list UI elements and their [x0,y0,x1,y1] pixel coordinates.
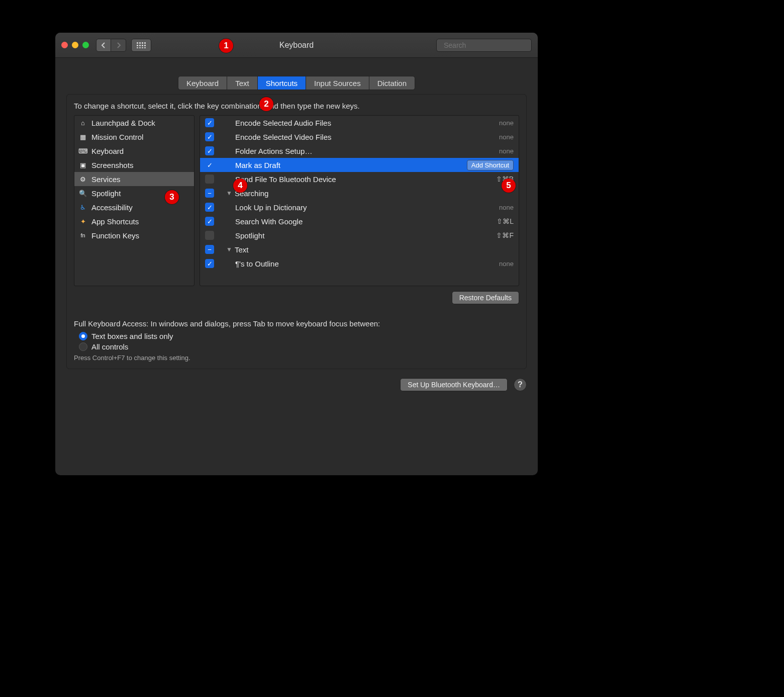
fka-option-label: Text boxes and lists only [91,332,173,340]
back-button[interactable] [96,39,111,52]
fka-hint: Press Control+F7 to change this setting. [74,354,519,362]
shortcut-row[interactable]: ✓Look Up in Dictionarynone [200,200,519,214]
restore-defaults-button[interactable]: Restore Defaults [452,291,519,304]
category-services[interactable]: ⚙ Services [74,172,194,186]
category-label: Function Keys [91,231,139,240]
setup-bluetooth-button[interactable]: Set Up Bluetooth Keyboard… [400,378,508,391]
shortcut-label: Folder Actions Setup… [235,147,499,155]
keyboard-preferences-window: Keyboard Keyboard Text Shortcuts Input S… [55,33,538,475]
shortcut-key: ⇧⌘F [496,231,514,239]
fka-option-textboxes[interactable]: Text boxes and lists only [79,332,519,340]
checkbox[interactable]: ✓ [205,160,214,169]
nav-group [96,39,126,52]
radio-checked-icon[interactable] [79,332,87,340]
checkbox[interactable] [205,175,214,184]
zoom-button[interactable] [82,42,89,48]
category-label: Launchpad & Dock [91,119,155,127]
shortcut-row[interactable]: ✓Encode Selected Audio Filesnone [200,116,519,130]
svg-rect-2 [142,42,143,44]
svg-rect-0 [137,42,138,44]
svg-rect-10 [142,47,143,48]
forward-button[interactable] [111,39,126,52]
category-mission-control[interactable]: ▦ Mission Control [74,130,194,144]
checkbox[interactable]: ✓ [205,259,214,268]
category-screenshots[interactable]: ▣ Screenshots [74,158,194,172]
svg-rect-3 [144,42,146,44]
svg-rect-8 [137,47,138,48]
checkbox[interactable]: ✓ [205,118,214,127]
callout-3: 3 [165,190,179,204]
fka-option-all[interactable]: All controls [79,342,519,351]
svg-rect-1 [139,42,141,44]
fka-option-label: All controls [91,342,128,351]
app-shortcuts-icon: ✦ [78,217,87,226]
checkbox[interactable]: ✓ [205,146,214,155]
checkbox[interactable]: ✓ [205,132,214,141]
callout-1: 1 [219,39,233,53]
svg-rect-11 [144,47,146,48]
launchpad-icon: ⌂ [78,118,87,127]
category-label: Spotlight [91,189,121,198]
shortcut-row[interactable]: ✓Search With Google⇧⌘L [200,214,519,228]
screenshots-icon: ▣ [78,160,87,169]
shortcut-row[interactable]: Send File To Bluetooth Device⇧⌘B [200,172,519,186]
titlebar: Keyboard [55,33,538,58]
shortcut-row[interactable]: ✓¶'s to Outlinenone [200,256,519,271]
shortcut-group-header[interactable]: −▼Text [200,242,519,256]
category-function-keys[interactable]: fn Function Keys [74,228,194,242]
fka-title: Full Keyboard Access: In windows and dia… [74,319,519,328]
shortcut-label: Mark as Draft [235,161,467,169]
tab-text[interactable]: Text [227,76,258,90]
gear-icon: ⚙ [78,175,87,184]
svg-rect-9 [139,47,141,48]
minimize-button[interactable] [72,42,78,48]
disclosure-triangle-icon[interactable]: ▼ [226,190,232,197]
svg-rect-5 [139,45,141,46]
svg-rect-4 [137,45,138,46]
search-input[interactable] [444,41,532,49]
show-all-button[interactable] [131,39,151,52]
tab-dictation[interactable]: Dictation [369,76,415,90]
shortcut-key: none [499,119,514,127]
window-title: Keyboard [279,41,314,50]
shortcut-label: Searching [235,189,514,198]
disclosure-triangle-icon[interactable]: ▼ [226,246,232,253]
category-launchpad-dock[interactable]: ⌂ Launchpad & Dock [74,116,194,130]
checkbox[interactable]: ✓ [205,203,214,212]
checkbox[interactable] [205,231,214,240]
checkbox[interactable]: ✓ [205,217,214,226]
shortcut-row[interactable]: Spotlight⇧⌘F [200,228,519,242]
shortcut-label: Search With Google [235,217,497,226]
tab-keyboard[interactable]: Keyboard [178,76,227,90]
svg-rect-6 [142,45,143,46]
category-label: Accessibility [91,203,133,212]
category-label: Keyboard [91,147,124,155]
mission-control-icon: ▦ [78,132,87,141]
shortcut-row[interactable]: ✓Folder Actions Setup…none [200,144,519,158]
checkbox[interactable]: − [205,189,214,198]
shortcut-label: Encode Selected Audio Files [235,119,499,127]
shortcut-key: none [499,133,514,141]
shortcut-row[interactable]: ✓Encode Selected Video Filesnone [200,130,519,144]
add-shortcut-button[interactable]: Add Shortcut [467,160,514,170]
tab-shortcuts[interactable]: Shortcuts [258,76,306,90]
shortcut-label: Look Up in Dictionary [235,203,499,212]
shortcut-list[interactable]: ✓Encode Selected Audio Filesnone✓Encode … [200,115,519,286]
category-label: Mission Control [91,133,143,141]
search-field[interactable] [436,39,532,52]
help-button[interactable]: ? [514,378,527,391]
category-app-shortcuts[interactable]: ✦ App Shortcuts [74,214,194,228]
shortcut-label: Encode Selected Video Files [235,133,499,141]
tab-input-sources[interactable]: Input Sources [306,76,369,90]
window-controls [61,42,89,48]
close-button[interactable] [61,42,68,48]
shortcut-group-header[interactable]: −▼Searching [200,186,519,200]
checkbox[interactable]: − [205,245,214,254]
category-label: App Shortcuts [91,217,139,226]
spotlight-icon: 🔍 [78,189,87,198]
shortcut-row[interactable]: ✓Mark as DraftAdd Shortcut [200,158,519,172]
keyboard-icon: ⌨ [78,146,87,155]
radio-unchecked-icon[interactable] [79,342,87,351]
category-keyboard[interactable]: ⌨ Keyboard [74,144,194,158]
callout-2: 2 [259,97,273,111]
